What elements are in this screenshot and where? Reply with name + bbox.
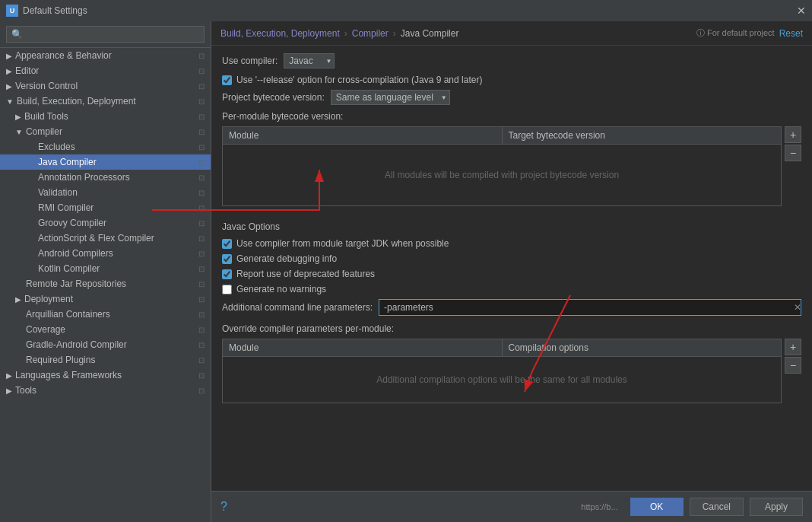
breadcrumb-project: ⓘ For default project	[696, 27, 775, 39]
title-bar: U Default Settings ✕	[0, 0, 812, 21]
use-compiler-row: Use compiler: Javac Eclipse Ajc	[222, 53, 801, 68]
compiler-select[interactable]: Javac Eclipse Ajc	[284, 53, 335, 68]
copy-icon-deployment: ⊡	[198, 295, 205, 304]
sidebar-label-arquillian: Arquillian Containers	[26, 309, 110, 320]
copy-icon-coverage: ⊡	[198, 326, 205, 334]
sidebar-label-rmi: RMI Compiler	[38, 202, 94, 213]
breadcrumb: Build, Execution, Deployment › Compiler …	[211, 21, 812, 46]
copy-icon-build: ⊡	[198, 97, 205, 106]
sidebar-item-groovy[interactable]: Groovy Compiler⊡	[0, 215, 211, 231]
clear-params-button[interactable]: ✕	[794, 302, 801, 313]
override-table-buttons: + −	[785, 339, 801, 374]
sidebar-item-rmi[interactable]: RMI Compiler⊡	[0, 200, 211, 215]
sidebar-item-build-tools[interactable]: ▶Build Tools⊡	[0, 109, 211, 124]
additional-params-row: Additional command line parameters: ✕	[222, 299, 801, 316]
copy-icon-appearance: ⊡	[198, 52, 205, 60]
sidebar-item-android[interactable]: Android Compilers⊡	[0, 246, 211, 261]
add-module-button[interactable]: +	[785, 126, 801, 143]
sidebar-item-compiler[interactable]: ▼Compiler⊡	[0, 124, 211, 139]
module-table-empty: All modules will be compiled with projec…	[385, 170, 619, 180]
sidebar-item-required-plugins[interactable]: Required Plugins⊡	[0, 352, 211, 368]
sidebar-item-actionscript[interactable]: ActionScript & Flex Compiler⊡	[0, 231, 211, 246]
sidebar-label-actionscript: ActionScript & Flex Compiler	[38, 233, 154, 243]
javac-option-label-1: Generate debugging info	[236, 253, 337, 264]
override-table-container: Module Compilation options Additional co…	[222, 339, 801, 411]
copy-icon-kotlin: ⊡	[198, 265, 205, 273]
sidebar-item-kotlin[interactable]: Kotlin Compiler⊡	[0, 261, 211, 276]
sidebar-label-vcs: Version Control	[15, 81, 78, 91]
copy-icon-excludes: ⊡	[198, 143, 205, 151]
sidebar-label-build: Build, Execution, Deployment	[17, 96, 136, 107]
reset-button[interactable]: Reset	[779, 28, 803, 39]
override-label: Override compiler parameters per-module:	[222, 323, 801, 334]
sidebar-item-languages[interactable]: ▶Languages & Frameworks⊡	[0, 368, 211, 383]
sidebar-label-coverage: Coverage	[26, 324, 65, 335]
sidebar-label-build-tools: Build Tools	[24, 111, 68, 122]
sidebar-item-remote-jar[interactable]: Remote Jar Repositories⊡	[0, 276, 211, 291]
javac-option-checkbox-0[interactable]	[222, 239, 232, 249]
sidebar-item-editor[interactable]: ▶Editor⊡	[0, 63, 211, 78]
sidebar-item-deployment[interactable]: ▶Deployment⊡	[0, 291, 211, 307]
remove-module-button[interactable]: −	[785, 145, 801, 161]
sidebar-item-vcs[interactable]: ▶Version Control⊡	[0, 78, 211, 94]
sidebar-item-appearance[interactable]: ▶Appearance & Behavior⊡	[0, 48, 211, 63]
module-col-header: Module	[223, 127, 503, 144]
compiler-select-wrapper[interactable]: Javac Eclipse Ajc	[284, 53, 335, 68]
copy-icon-groovy: ⊡	[198, 219, 205, 228]
ok-button[interactable]: OK	[630, 498, 684, 516]
remove-override-button[interactable]: −	[785, 357, 801, 374]
breadcrumb-sep1: ›	[344, 28, 347, 39]
sidebar-item-validation[interactable]: Validation⊡	[0, 185, 211, 200]
bytecode-select[interactable]: Same as language level	[331, 90, 450, 105]
sidebar-item-tools[interactable]: ▶Tools⊡	[0, 383, 211, 398]
sidebar-item-annotation[interactable]: Annotation Processors⊡	[0, 170, 211, 185]
bytecode-version-row: Project bytecode version: Same as langua…	[222, 90, 801, 105]
search-bar	[0, 21, 211, 48]
sidebar-label-android: Android Compilers	[38, 248, 113, 259]
override-module-col-header: Module	[223, 339, 503, 356]
help-icon[interactable]: ?	[220, 500, 227, 514]
sidebar-item-build[interactable]: ▼Build, Execution, Deployment⊡	[0, 94, 211, 109]
copy-icon-actionscript: ⊡	[198, 234, 205, 243]
release-option-label: Use '--release' option for cross-compila…	[236, 75, 482, 85]
search-input[interactable]	[6, 26, 205, 43]
javac-option-checkbox-2[interactable]	[222, 269, 232, 279]
bytecode-select-wrapper[interactable]: Same as language level	[331, 90, 450, 105]
sidebar-arrow-appearance: ▶	[6, 52, 12, 60]
per-module-label: Per-module bytecode version:	[222, 111, 801, 122]
additional-params-input[interactable]	[379, 299, 801, 316]
copy-icon-languages: ⊡	[198, 371, 205, 380]
javac-option-row-2: Report use of deprecated features	[222, 269, 801, 279]
url-preview: https://b...	[581, 502, 617, 511]
breadcrumb-part2: Compiler	[352, 28, 389, 39]
target-col-header: Target bytecode version	[503, 127, 782, 144]
sidebar-label-compiler: Compiler	[26, 126, 62, 137]
module-table-buttons: + −	[785, 126, 801, 161]
override-table: Module Compilation options Additional co…	[222, 339, 782, 403]
app-icon: U	[6, 5, 18, 17]
sidebar-item-gradle-android[interactable]: Gradle-Android Compiler⊡	[0, 337, 211, 352]
sidebar-arrow-editor: ▶	[6, 67, 12, 75]
copy-icon-arquillian: ⊡	[198, 310, 205, 319]
sidebar-arrow-deployment: ▶	[15, 295, 21, 304]
javac-option-checkbox-3[interactable]	[222, 285, 232, 294]
copy-icon-java-compiler: ⊡	[198, 158, 205, 167]
copy-icon-tools: ⊡	[198, 387, 205, 395]
override-table-body: Additional compilation options will be t…	[223, 357, 781, 403]
release-option-checkbox[interactable]	[222, 75, 232, 85]
sidebar-label-editor: Editor	[15, 65, 39, 76]
sidebar-label-annotation: Annotation Processors	[38, 172, 130, 183]
add-override-button[interactable]: +	[785, 339, 801, 355]
copy-icon-rmi: ⊡	[198, 204, 205, 212]
javac-option-checkbox-1[interactable]	[222, 254, 232, 264]
sidebar-item-arquillian[interactable]: Arquillian Containers⊡	[0, 307, 211, 322]
cancel-button[interactable]: Cancel	[690, 498, 744, 516]
sidebar-item-coverage[interactable]: Coverage⊡	[0, 322, 211, 337]
override-table-empty: Additional compilation options will be t…	[376, 374, 627, 385]
apply-button[interactable]: Apply	[750, 498, 803, 516]
additional-params-label: Additional command line parameters:	[222, 302, 373, 313]
module-table-container: Module Target bytecode version All modul…	[222, 126, 801, 214]
close-button[interactable]: ✕	[797, 5, 806, 17]
sidebar-item-java-compiler[interactable]: Java Compiler⊡	[0, 154, 211, 170]
sidebar-item-excludes[interactable]: Excludes⊡	[0, 139, 211, 154]
